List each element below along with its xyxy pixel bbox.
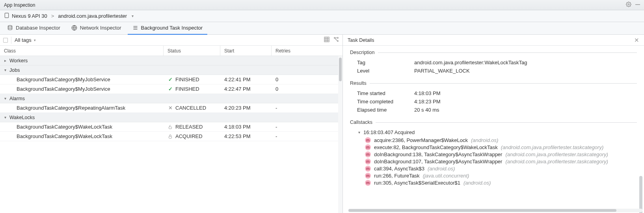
cell-start: 4:20:23 PM: [220, 105, 272, 111]
chevron-icon: ▾: [3, 115, 7, 120]
breadcrumb-app: android.com.java.profilertester: [58, 13, 127, 19]
table-body: ▸Workers▾Jobs BackgroundTaskCategory$MyJ…: [0, 56, 342, 213]
detail-value: android.com.java.profilertester:WakeLock…: [414, 60, 527, 65]
cell-retries: 0: [272, 86, 342, 92]
section-description: Description: [350, 50, 637, 55]
chevron-down-icon: ▾: [357, 130, 361, 135]
table-row[interactable]: BackgroundTaskCategory$WakeLockTask ACQU…: [0, 132, 342, 141]
detail-key: Tag: [357, 60, 414, 65]
detail-row: Tagandroid.com.java.profilertester:WakeL…: [350, 58, 637, 67]
stop-icon[interactable]: [3, 38, 8, 43]
tab-database-inspector[interactable]: Database Inspector: [2, 22, 65, 35]
svg-point-15: [337, 37, 339, 39]
cell-start: 4:22:53 PM: [220, 133, 272, 139]
detail-row: Time completed4:18:23 PM: [350, 97, 637, 106]
task-list-panel: All tags ▾ Class Status Start Retries ▸W…: [0, 35, 343, 213]
group-label: Jobs: [9, 67, 20, 73]
cell-class: BackgroundTaskCategory$MyJobService: [0, 77, 164, 82]
svg-line-17: [335, 38, 337, 41]
chevron-down-icon: ▾: [34, 38, 36, 42]
col-header-start[interactable]: Start: [220, 46, 272, 56]
section-callstacks: Callstacks: [350, 120, 637, 125]
cell-retries: -: [272, 105, 342, 111]
detail-row: Time started4:18:03 PM: [350, 89, 637, 97]
cell-status: ACQUIRED: [164, 133, 220, 139]
cell-start: 4:22:47 PM: [220, 86, 272, 92]
group-row[interactable]: ▾WakeLocks: [0, 113, 342, 122]
detail-key: Elapsed time: [357, 107, 414, 113]
breadcrumb[interactable]: Nexus 9 API 30 > android.com.java.profil…: [0, 10, 644, 22]
callstack-frame[interactable]: mdoInBackground:107, TaskCategory$AsyncT…: [357, 158, 637, 165]
svg-point-14: [337, 41, 339, 42]
cell-retries: -: [272, 124, 342, 130]
filter-dropdown[interactable]: All tags ▾: [15, 37, 36, 43]
callstack-frame[interactable]: mexecute:82, BackgroundTaskCategory$Wake…: [357, 144, 637, 151]
detail-row: Elapsed time20 s 40 ms: [350, 106, 637, 114]
task-details-panel: Task Details ✕ Description Tagandroid.co…: [343, 35, 644, 213]
callstack-frame[interactable]: mcall:394, AsyncTask$3 (android.os): [357, 165, 637, 172]
scrollbar[interactable]: [639, 176, 642, 213]
tab-label: Database Inspector: [16, 25, 60, 31]
col-header-status[interactable]: Status: [164, 46, 220, 56]
method-icon: m: [365, 137, 371, 143]
cell-start: 4:18:03 PM: [220, 124, 272, 130]
cell-class: BackgroundTaskCategory$MyJobService: [0, 86, 164, 92]
tab-network-inspector[interactable]: Network Inspector: [67, 22, 126, 35]
section-results: Results: [350, 80, 637, 86]
inspector-tabs: Database Inspector Network Inspector Bac…: [0, 22, 644, 35]
cell-status: RELEASED: [164, 124, 220, 130]
col-header-retries[interactable]: Retries: [272, 46, 342, 56]
method-icon: m: [365, 159, 371, 164]
detail-value: PARTIAL_WAKE_LOCK: [414, 68, 470, 74]
callstack-item[interactable]: ▾ 16:18:03.407 Acquired: [357, 128, 637, 136]
scrollbar[interactable]: [338, 56, 342, 213]
table-view-icon[interactable]: [324, 36, 330, 44]
cell-retries: 0: [272, 77, 342, 82]
detail-row: LevelPARTIAL_WAKE_LOCK: [350, 67, 637, 75]
detail-key: Time started: [357, 90, 414, 96]
window-header: App Inspection —: [0, 0, 644, 10]
chevron-icon: ▾: [3, 96, 7, 101]
gear-icon[interactable]: [626, 2, 631, 8]
method-icon: m: [365, 144, 371, 150]
tab-label: Background Task Inspector: [141, 25, 203, 31]
table-row[interactable]: BackgroundTaskCategory$MyJobService ✓FIN…: [0, 75, 342, 84]
window-title: App Inspection: [4, 2, 626, 8]
scrollbar[interactable]: [348, 209, 642, 212]
task-toolbar: All tags ▾: [0, 35, 342, 46]
svg-point-13: [334, 37, 335, 39]
method-icon: m: [365, 180, 371, 186]
callstack-frame[interactable]: mdoInBackground:138, TaskCategory$AsyncT…: [357, 151, 637, 158]
device-icon: [4, 13, 9, 19]
chevron-icon: ▸: [3, 58, 7, 63]
group-row[interactable]: ▸Workers: [0, 56, 342, 65]
tab-background-task-inspector[interactable]: Background Task Inspector: [128, 22, 208, 35]
group-row[interactable]: ▾Alarms: [0, 94, 342, 103]
col-header-class[interactable]: Class: [0, 46, 164, 56]
group-label: Alarms: [9, 96, 25, 101]
callstack-frame[interactable]: macquire:2386, PowerManager$WakeLock (an…: [357, 136, 637, 144]
group-row[interactable]: ▾Jobs: [0, 65, 342, 75]
detail-key: Level: [357, 68, 414, 74]
table-row[interactable]: BackgroundTaskCategory$RepeatingAlarmTas…: [0, 103, 342, 113]
svg-rect-19: [169, 136, 172, 138]
table-row[interactable]: BackgroundTaskCategory$WakeLockTask RELE…: [0, 122, 342, 132]
detail-value: 20 s 40 ms: [414, 107, 439, 113]
svg-point-3: [8, 25, 12, 27]
callstack-frame[interactable]: mrun:305, AsyncTask$SerialExecutor$1 (an…: [357, 179, 637, 186]
group-label: Workers: [9, 58, 28, 64]
table-row[interactable]: BackgroundTaskCategory$MyJobService ✓FIN…: [0, 84, 342, 94]
cell-retries: -: [272, 133, 342, 139]
svg-rect-1: [5, 13, 8, 18]
chevron-icon: ▾: [3, 68, 7, 72]
details-title: Task Details: [348, 37, 634, 43]
cell-status: ✓FINISHED: [164, 86, 220, 92]
breadcrumb-separator: >: [51, 13, 54, 19]
cell-start: 4:22:41 PM: [220, 77, 272, 82]
method-icon: m: [365, 173, 371, 179]
close-icon[interactable]: ✕: [634, 37, 639, 44]
minimize-icon[interactable]: —: [635, 2, 640, 8]
graph-view-icon[interactable]: [333, 36, 339, 44]
callstack-frame[interactable]: mrun:266, FutureTask (java.util.concurre…: [357, 172, 637, 179]
breadcrumb-device: Nexus 9 API 30: [12, 13, 47, 19]
